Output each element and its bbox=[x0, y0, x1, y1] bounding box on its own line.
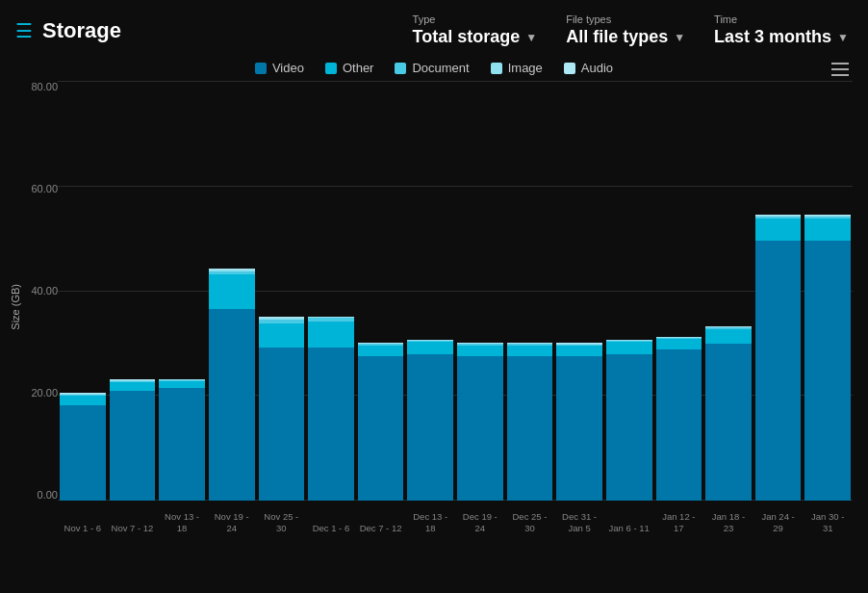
bar-group bbox=[457, 81, 503, 501]
legend-label-other: Other bbox=[343, 61, 374, 75]
bar-segment-video bbox=[755, 241, 802, 501]
bar-segment-video bbox=[110, 391, 156, 501]
bar-group bbox=[507, 81, 553, 501]
bar-group bbox=[110, 81, 156, 501]
y-tick: 60.00 bbox=[31, 183, 58, 194]
legend-color-document bbox=[395, 63, 406, 74]
bar-group bbox=[804, 81, 851, 501]
x-label: Dec 31 - Jan 5 bbox=[556, 511, 602, 533]
x-label: Dec 19 - 24 bbox=[457, 511, 503, 533]
x-label: Dec 7 - 12 bbox=[358, 523, 404, 533]
bar-group bbox=[259, 81, 305, 501]
bar-segment-other bbox=[110, 382, 156, 391]
bar-segment-video bbox=[457, 356, 503, 501]
bar-segment-video bbox=[656, 349, 702, 501]
legend-items: VideoOtherDocumentImageAudio bbox=[255, 61, 613, 75]
legend-item-other: Other bbox=[325, 61, 374, 75]
bar-group bbox=[60, 81, 106, 501]
bar-segment-other bbox=[358, 346, 404, 356]
x-label: Jan 12 - 17 bbox=[656, 511, 702, 533]
bar-group bbox=[556, 81, 602, 501]
y-axis-title: Size (GB) bbox=[10, 284, 21, 330]
legend-label-document: Document bbox=[412, 61, 469, 75]
file-types-arrow: ▼ bbox=[674, 31, 685, 44]
type-filter[interactable]: Type Total storage ▼ bbox=[413, 13, 538, 47]
type-value: Total storage bbox=[413, 27, 521, 47]
x-label: Nov 13 - 18 bbox=[159, 511, 205, 533]
x-label: Dec 1 - 6 bbox=[308, 523, 354, 533]
bar-stack bbox=[507, 244, 553, 501]
bar-segment-video bbox=[606, 354, 652, 501]
bar-segment-video bbox=[804, 241, 851, 501]
legend-item-audio: Audio bbox=[564, 61, 613, 75]
file-types-label: File types bbox=[566, 13, 685, 25]
x-label: Jan 24 - 29 bbox=[755, 511, 802, 533]
bar-segment-other bbox=[407, 342, 453, 354]
y-tick: 80.00 bbox=[31, 81, 58, 92]
legend-color-video bbox=[255, 63, 267, 74]
y-tick: 20.00 bbox=[31, 387, 58, 399]
bar-stack bbox=[60, 288, 106, 501]
x-label: Nov 25 - 30 bbox=[259, 511, 305, 533]
bar-segment-video bbox=[209, 309, 255, 501]
bar-segment-video bbox=[60, 405, 106, 501]
bar-stack bbox=[755, 154, 802, 501]
bar-group bbox=[606, 81, 652, 501]
bar-segment-other bbox=[457, 346, 503, 356]
file-types-filter[interactable]: File types All file types ▼ bbox=[566, 13, 685, 47]
x-label: Jan 18 - 23 bbox=[705, 511, 752, 533]
bar-segment-video bbox=[556, 356, 602, 501]
page-title: Storage bbox=[42, 18, 121, 43]
bar-segment-other bbox=[159, 381, 205, 388]
x-label: Nov 19 - 24 bbox=[209, 511, 255, 533]
bar-stack bbox=[804, 154, 851, 501]
bar-stack bbox=[606, 241, 652, 501]
bar-segment-video bbox=[259, 348, 305, 501]
bar-segment-other bbox=[606, 342, 652, 354]
y-tick: 40.00 bbox=[31, 285, 58, 296]
bar-segment-video bbox=[308, 348, 354, 501]
bar-segment-video bbox=[407, 354, 453, 501]
legend-item-document: Document bbox=[395, 61, 469, 75]
bar-segment-other bbox=[308, 322, 354, 348]
chart-menu-button[interactable] bbox=[831, 63, 849, 76]
title-area: ☰ Storage bbox=[15, 18, 121, 43]
x-label: Nov 7 - 12 bbox=[110, 523, 156, 533]
legend-label-video: Video bbox=[272, 61, 304, 75]
bar-stack bbox=[457, 244, 503, 501]
legend-color-image bbox=[491, 63, 502, 74]
file-types-dropdown[interactable]: All file types ▼ bbox=[566, 27, 685, 47]
bar-segment-other bbox=[259, 323, 305, 348]
type-dropdown[interactable]: Total storage ▼ bbox=[413, 27, 538, 47]
bar-stack bbox=[259, 222, 305, 501]
legend-color-audio bbox=[564, 63, 575, 74]
bar-group bbox=[209, 81, 255, 501]
time-dropdown[interactable]: Last 3 months ▼ bbox=[714, 27, 849, 47]
bar-stack bbox=[705, 230, 752, 501]
file-types-value: All file types bbox=[566, 27, 668, 47]
type-label: Type bbox=[413, 13, 538, 25]
legend-label-image: Image bbox=[508, 61, 543, 75]
bar-stack bbox=[209, 189, 255, 501]
x-label: Jan 6 - 11 bbox=[606, 523, 652, 533]
time-filter[interactable]: Time Last 3 months ▼ bbox=[714, 13, 849, 47]
filters-area: Type Total storage ▼ File types All file… bbox=[413, 13, 849, 47]
bar-group bbox=[159, 81, 205, 501]
bar-segment-other bbox=[60, 396, 106, 405]
bar-stack bbox=[110, 275, 156, 501]
bar-segment-other bbox=[556, 346, 602, 356]
bar-stack bbox=[556, 244, 602, 501]
x-label: Dec 13 - 18 bbox=[407, 511, 453, 533]
time-label: Time bbox=[714, 13, 849, 25]
bar-stack bbox=[159, 275, 205, 501]
legend-label-audio: Audio bbox=[581, 61, 613, 75]
y-axis-labels: 80.0060.0040.0020.000.00 bbox=[23, 81, 58, 533]
bar-segment-video bbox=[358, 356, 404, 501]
storage-icon: ☰ bbox=[15, 19, 33, 42]
y-axis-section: Size (GB) 80.0060.0040.0020.000.00 bbox=[10, 81, 58, 533]
time-value: Last 3 months bbox=[714, 27, 831, 47]
x-labels: Nov 1 - 6Nov 7 - 12Nov 13 - 18Nov 19 - 2… bbox=[58, 501, 853, 533]
bar-segment-other bbox=[507, 346, 553, 356]
chart-area: Nov 1 - 6Nov 7 - 12Nov 13 - 18Nov 19 - 2… bbox=[58, 81, 853, 533]
bar-stack bbox=[308, 222, 354, 501]
